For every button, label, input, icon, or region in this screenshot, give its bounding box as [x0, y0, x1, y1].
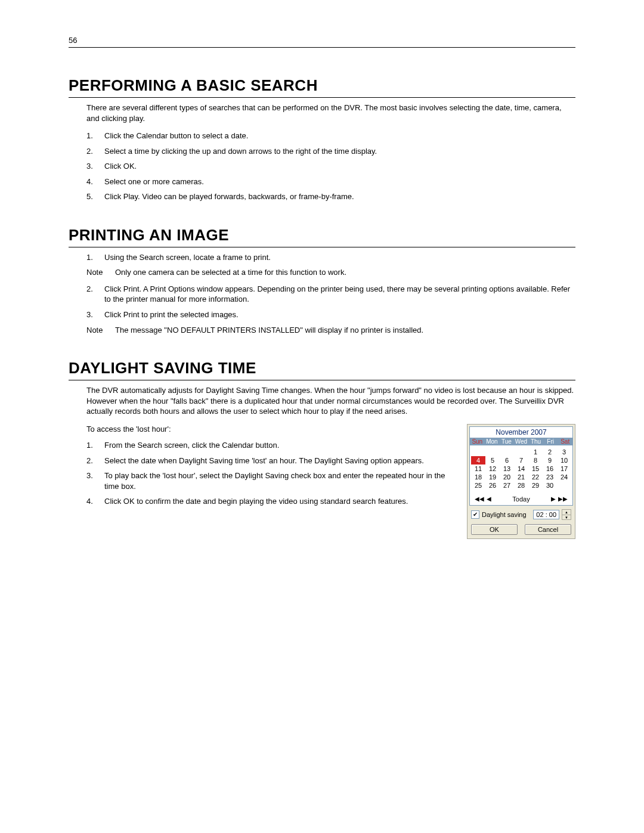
- calendar-cell[interactable]: 12: [485, 465, 500, 473]
- day-fri: Fri: [543, 438, 558, 445]
- calendar-cell[interactable]: 17: [557, 465, 571, 473]
- day-thu: Thu: [528, 438, 543, 445]
- list-item: 4.Click OK to confirm the date and begin…: [86, 496, 457, 507]
- note-row: Note The message "NO DEFAULT PRINTERS IN…: [69, 325, 575, 336]
- calendar-cell[interactable]: 19: [485, 473, 500, 481]
- dialog-button-row: OK Cancel: [467, 522, 575, 538]
- prev-month-icon[interactable]: ◀: [485, 496, 493, 502]
- list-item-text: Click Print. A Print Options window appe…: [104, 284, 570, 304]
- calendar-cell[interactable]: 26: [485, 481, 500, 490]
- section1-steps: 1.Click the Calendar button to select a …: [69, 131, 575, 202]
- time-spinner[interactable]: ▲ ▼: [562, 509, 571, 520]
- list-item: 2.Select a time by clicking the up and d…: [86, 146, 575, 157]
- calendar-cell[interactable]: 16: [543, 465, 557, 473]
- list-item-text: Click the Calendar button to select a da…: [104, 131, 248, 140]
- calendar-cell[interactable]: 5: [485, 456, 500, 465]
- list-item: 1.From the Search screen, click the Cale…: [86, 440, 457, 451]
- calendar-cell[interactable]: [514, 448, 528, 456]
- list-item-text: Click Play. Video can be played forwards…: [104, 192, 354, 201]
- calendar-cell[interactable]: 25: [471, 481, 485, 490]
- calendar-cell[interactable]: 9: [543, 456, 557, 465]
- section3-rule: [69, 380, 575, 380]
- calendar-cell[interactable]: 23: [543, 473, 557, 481]
- section1-title: PERFORMING A BASIC SEARCH: [69, 76, 575, 95]
- list-item: 3.Click OK.: [86, 161, 575, 172]
- spinner-up-icon[interactable]: ▲: [562, 510, 571, 515]
- note-text: The message "NO DEFAULT PRINTERS INSTALL…: [115, 325, 575, 336]
- note-text: Only one camera can be selected at a tim…: [115, 267, 575, 278]
- list-item: 4.Select one or more cameras.: [86, 176, 575, 187]
- list-item-text: Click Print to print the selected images…: [104, 310, 239, 319]
- list-item: 1.Using the Search screen, locate a fram…: [86, 252, 575, 263]
- calendar-cell[interactable]: 1: [528, 448, 543, 456]
- document-page: 56 PERFORMING A BASIC SEARCH There are s…: [0, 0, 644, 833]
- calendar-cell[interactable]: 3: [557, 448, 571, 456]
- top-rule: [69, 47, 575, 48]
- calendar-cell[interactable]: 14: [514, 465, 528, 473]
- section1-rule: [69, 97, 575, 98]
- calendar-cell[interactable]: [500, 448, 514, 456]
- calendar-cell[interactable]: 24: [557, 473, 571, 481]
- calendar-day-header: Sun Mon Tue Wed Thu Fri Sat: [470, 438, 572, 445]
- section1-intro: There are several different types of sea…: [69, 103, 575, 123]
- calendar-cell[interactable]: 18: [471, 473, 485, 481]
- next-year-icon[interactable]: ▶▶: [557, 496, 569, 502]
- list-item: 3.Click Print to print the selected imag…: [86, 309, 575, 320]
- ok-button[interactable]: OK: [471, 524, 518, 535]
- day-wed: Wed: [514, 438, 529, 445]
- list-item: 2.Select the date when Daylight Saving t…: [86, 456, 457, 466]
- day-tue: Tue: [499, 438, 514, 445]
- calendar-grid: 1 2 3 4 5 6 7 8 9 10 11: [470, 445, 572, 494]
- today-button[interactable]: Today: [493, 496, 550, 503]
- list-item-text: Using the Search screen, locate a frame …: [104, 253, 271, 262]
- calendar-cell[interactable]: 21: [514, 473, 528, 481]
- calendar-nav: ◀◀ ◀ Today ▶ ▶▶: [470, 494, 572, 505]
- list-item-text: To play back the 'lost hour', select the…: [104, 471, 445, 491]
- calendar-cell[interactable]: 6: [500, 456, 514, 465]
- list-item-text: Select a time by clicking the up and dow…: [104, 147, 377, 156]
- list-item: 1.Click the Calendar button to select a …: [86, 131, 575, 141]
- cancel-button[interactable]: Cancel: [525, 524, 571, 535]
- next-month-icon[interactable]: ▶: [550, 496, 557, 502]
- calendar-cell[interactable]: 2: [543, 448, 557, 456]
- list-item-text: Click OK to confirm the date and begin p…: [104, 497, 408, 506]
- list-item-text: Click OK.: [104, 162, 137, 171]
- calendar-cell[interactable]: 29: [528, 481, 543, 490]
- calendar-cell[interactable]: 15: [528, 465, 543, 473]
- calendar-cell[interactable]: [485, 448, 500, 456]
- calendar-inner: November 2007 Sun Mon Tue Wed Thu Fri Sa…: [469, 426, 573, 506]
- calendar-cell[interactable]: 11: [471, 465, 485, 473]
- calendar-cell[interactable]: 30: [543, 481, 557, 490]
- spinner-down-icon[interactable]: ▼: [562, 515, 571, 520]
- time-input[interactable]: 02 : 00: [533, 510, 559, 519]
- daylight-saving-row: ✔ Daylight saving 02 : 00 ▲ ▼: [467, 507, 575, 522]
- day-mon: Mon: [485, 438, 500, 445]
- daylight-saving-label: Daylight saving: [482, 511, 527, 518]
- section2-rule: [69, 247, 575, 247]
- prev-year-icon[interactable]: ◀◀: [473, 496, 485, 502]
- dst-layout: To access the 'lost hour': 1.From the Se…: [69, 424, 575, 539]
- day-sat: Sat: [558, 438, 572, 445]
- day-sun: Sun: [470, 438, 485, 445]
- calendar-cell[interactable]: 27: [500, 481, 514, 490]
- calendar-cell[interactable]: 13: [500, 465, 514, 473]
- calendar-cell[interactable]: 7: [514, 456, 528, 465]
- daylight-saving-checkbox[interactable]: ✔: [471, 510, 479, 519]
- calendar-cell[interactable]: [557, 481, 571, 490]
- calendar-cell[interactable]: 10: [557, 456, 571, 465]
- section3-intro: The DVR automatically adjusts for Daylig…: [69, 385, 575, 417]
- calendar-month: November 2007: [470, 427, 572, 438]
- calendar-cell-selected[interactable]: 4: [471, 456, 485, 465]
- calendar-cell[interactable]: 8: [528, 456, 543, 465]
- list-item: 5.Click Play. Video can be played forwar…: [86, 191, 575, 202]
- calendar-cell[interactable]: 22: [528, 473, 543, 481]
- section3-steps: 1.From the Search screen, click the Cale…: [69, 440, 457, 507]
- list-item: 3.To play back the 'lost hour', select t…: [86, 470, 457, 491]
- calendar-cell[interactable]: 28: [514, 481, 528, 490]
- note-label: Note: [86, 325, 115, 336]
- calendar-cell[interactable]: 20: [500, 473, 514, 481]
- page-number: 56: [69, 36, 575, 45]
- calendar-cell[interactable]: [471, 448, 485, 456]
- section3-title: DAYLIGHT SAVING TIME: [69, 359, 575, 377]
- note-row: Note Only one camera can be selected at …: [69, 267, 575, 278]
